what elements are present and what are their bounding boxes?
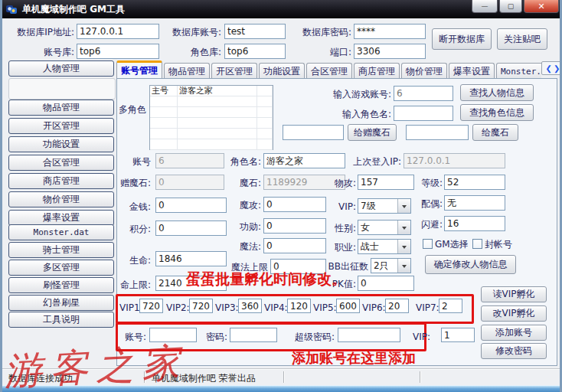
job-dropdown[interactable]: 战士: [358, 239, 411, 254]
vip6-input[interactable]: [385, 299, 409, 313]
gm-select-label: GM选择: [435, 238, 469, 250]
sidebar-item-functions[interactable]: 功能设置: [8, 136, 114, 152]
role-name-input[interactable]: [263, 153, 345, 168]
sidebar-item-droprate[interactable]: 爆率设置: [8, 210, 114, 226]
db-pass-label: 数据库密码:: [286, 25, 351, 39]
change-password-button[interactable]: 修改密码: [481, 343, 547, 359]
stone-amount-input[interactable]: [406, 125, 469, 140]
role-row[interactable]: 主号 游客之家: [150, 86, 273, 96]
add-password-label: 密码:: [200, 330, 227, 344]
ban-account-checkbox[interactable]: [472, 239, 482, 249]
tab-price-mgmt[interactable]: 物价管理: [401, 63, 447, 79]
vip7-input[interactable]: [439, 299, 462, 313]
multi-role-label: 多角色: [119, 103, 149, 116]
db-pass-input[interactable]: [354, 24, 426, 39]
super-password-input[interactable]: [338, 328, 400, 342]
add-account-button[interactable]: 添加账号: [481, 325, 547, 341]
spouse-input[interactable]: [444, 195, 505, 211]
vip1-input[interactable]: [139, 299, 163, 313]
sidebar-item-shop[interactable]: 商店管理: [8, 173, 114, 189]
vip4-input[interactable]: [287, 299, 311, 313]
sidebar-item-openzone[interactable]: 开区管理: [8, 118, 114, 134]
maximize-button[interactable]: ▢: [499, 0, 522, 13]
give-gift-stone-button[interactable]: 给赠魔石: [348, 124, 397, 141]
tab-item-mgmt[interactable]: 物品管理: [164, 63, 210, 79]
patk-label: 物攻:: [327, 176, 356, 190]
sidebar-item-knight[interactable]: 骑士管理: [8, 242, 114, 258]
bb-count-dropdown[interactable]: 2只: [371, 258, 411, 273]
tab-function-settings[interactable]: 功能设置: [259, 63, 305, 79]
read-vip-hatch-button[interactable]: 读VIP孵化: [481, 286, 547, 302]
give-stone-button[interactable]: 给魔石: [472, 124, 518, 141]
minimize-button[interactable]: —: [472, 0, 498, 13]
sidebar-item-mergezone[interactable]: 合区管理: [8, 155, 114, 171]
sidebar-item-spawn[interactable]: 刷怪管理: [8, 277, 114, 293]
magic-stone-label: 魔石:: [232, 176, 261, 190]
tab-mergezone-mgmt[interactable]: 合区管理: [306, 63, 352, 79]
gift-stone-amount-input[interactable]: [283, 125, 344, 140]
role-list[interactable]: 主号 游客之家: [149, 85, 273, 150]
db-ip-label: 数据库IP地址:: [5, 25, 74, 39]
level-input[interactable]: [444, 175, 505, 190]
vip3-input[interactable]: [238, 299, 262, 313]
dodge-input[interactable]: [444, 216, 505, 231]
follow-tieba-button[interactable]: 关注贴吧: [497, 28, 547, 50]
db-ip-input[interactable]: [77, 24, 159, 39]
vip-dropdown[interactable]: 7级: [358, 198, 411, 214]
tab-shop-mgmt[interactable]: 商店管理: [354, 63, 400, 79]
tab-scroll-buttons[interactable]: ❮ ❯: [541, 61, 562, 75]
vip5-label: VIP5:: [313, 301, 336, 315]
matk-input[interactable]: [263, 197, 326, 212]
gift-stone-input: [155, 175, 224, 190]
tab-account-mgmt[interactable]: 账号管理: [116, 60, 162, 79]
add-password-input[interactable]: [230, 328, 277, 342]
tab-scroll-left-icon[interactable]: ❮: [546, 64, 552, 73]
disconnect-db-button[interactable]: 断开数据库: [432, 28, 492, 50]
sidebar-item-peststar[interactable]: 幻兽刷星: [8, 295, 114, 311]
write-vip-hatch-button[interactable]: 改VIP孵化: [481, 305, 547, 322]
chevron-down-icon[interactable]: [397, 259, 410, 273]
dodge-label: 闪避:: [413, 217, 443, 231]
sidebar-item-items[interactable]: 物品管理: [8, 100, 114, 116]
role-db-input[interactable]: [224, 44, 286, 59]
points-label: 积分:: [117, 222, 151, 236]
vip5-input[interactable]: [336, 299, 360, 313]
chevron-down-icon[interactable]: [397, 220, 410, 234]
hp-input[interactable]: [155, 251, 227, 266]
tab-monsterdat[interactable]: Monster.dat: [496, 63, 541, 79]
vip2-input[interactable]: [189, 299, 213, 313]
sidebar-item-prices[interactable]: 物价管理: [8, 191, 114, 207]
chevron-down-icon[interactable]: [397, 199, 410, 213]
tab-droprate[interactable]: 爆率设置: [449, 63, 495, 79]
sidebar-item-help[interactable]: 工具说明: [8, 312, 114, 328]
money-input[interactable]: [155, 198, 227, 213]
port-label: 端口:: [286, 45, 351, 59]
sidebar-item-multizone[interactable]: 多区管理: [8, 260, 114, 276]
tab-scroll-right-icon[interactable]: ❯: [554, 64, 560, 73]
last-login-ip-label: 上次登入IP:: [347, 155, 401, 168]
sidebar-item-character[interactable]: 人物管理: [8, 60, 114, 77]
gender-dropdown[interactable]: 女: [358, 220, 411, 235]
account-db-input[interactable]: [77, 44, 159, 59]
points-input[interactable]: [155, 220, 227, 236]
confirm-modify-character-button[interactable]: 确定修改人物信息: [425, 255, 516, 274]
role-name-search-label: 输入角色名:: [309, 107, 391, 121]
tab-openzone-mgmt[interactable]: 开区管理: [211, 63, 257, 79]
role-name-search-input[interactable]: [394, 106, 453, 121]
pk-input[interactable]: [358, 276, 414, 291]
add-account-input[interactable]: [149, 328, 197, 342]
close-button[interactable]: ✕: [524, 0, 559, 13]
gender-label: 性别:: [327, 221, 356, 235]
find-role-button[interactable]: 查找角色信息: [460, 104, 534, 121]
patk-input[interactable]: [358, 175, 414, 190]
merit-input[interactable]: [263, 218, 326, 234]
db-user-input[interactable]: [224, 24, 286, 39]
port-input[interactable]: [354, 44, 426, 59]
gm-select-checkbox[interactable]: [423, 239, 433, 249]
find-character-button[interactable]: 查找人物信息: [460, 84, 534, 101]
add-vip-input[interactable]: [441, 328, 475, 342]
chevron-down-icon[interactable]: [397, 240, 410, 253]
sidebar-item-monsterdat[interactable]: Monster.dat: [8, 224, 114, 240]
mp-input[interactable]: [263, 238, 326, 253]
game-account-search-input[interactable]: [394, 86, 453, 101]
